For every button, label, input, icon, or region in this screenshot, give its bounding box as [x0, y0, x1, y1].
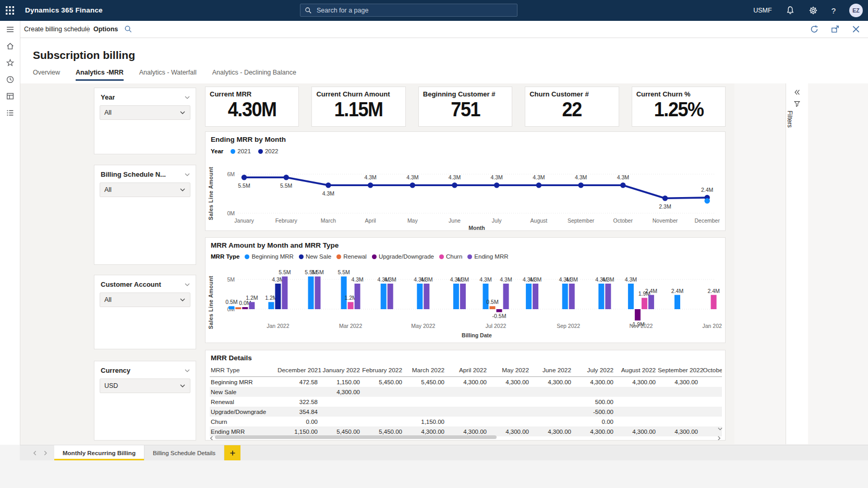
favorites-star-icon[interactable]	[0, 54, 20, 71]
row-name-cell: Beginning MRR	[210, 379, 278, 385]
company-selector[interactable]: USMF	[753, 7, 771, 14]
column-header[interactable]: December 2021	[278, 367, 320, 374]
ending-mrr-by-month-chart[interactable]: Ending MRR by Month Year20212022 0M6MSal…	[205, 131, 726, 231]
legend-label: New Sale	[306, 253, 331, 260]
legend-label: Churn	[446, 253, 462, 260]
legend-item-churn[interactable]: Churn	[439, 253, 462, 260]
filters-pane-label[interactable]: Filters	[786, 111, 793, 128]
slicer-collapse-chevron-icon[interactable]	[184, 368, 190, 374]
refresh-icon[interactable]	[810, 25, 819, 34]
column-header[interactable]: October 2022	[700, 367, 722, 374]
notifications-bell-icon[interactable]	[786, 6, 795, 15]
svg-text:2.4M: 2.4M	[671, 288, 683, 294]
report-page-tab-billing-schedule-details[interactable]: Billing Schedule Details	[144, 445, 224, 460]
legend-dot	[299, 254, 304, 259]
svg-text:4.3M: 4.3M	[566, 276, 578, 283]
slicer-dropdown[interactable]: USD	[100, 379, 190, 393]
svg-text:4.3M: 4.3M	[457, 276, 469, 283]
bar-chart-plot[interactable]: 0M5MSales Line Amount0.5M0.0M1.2M1.2M4.3…	[206, 264, 722, 341]
table-scroll-left-icon[interactable]	[209, 435, 214, 441]
settings-gear-icon[interactable]	[809, 6, 818, 15]
user-avatar[interactable]: EZ	[849, 4, 863, 17]
column-header[interactable]: June 2022	[531, 367, 573, 374]
column-header[interactable]: August 2022	[616, 367, 658, 374]
kpi-churn-customer-[interactable]: Churn Customer #22	[525, 87, 619, 127]
global-search-box[interactable]	[300, 4, 517, 17]
column-header[interactable]: MRR Type	[210, 367, 278, 374]
hamburger-menu-icon[interactable]	[0, 21, 20, 38]
create-billing-schedule-button[interactable]: Create billing schedule	[24, 21, 90, 38]
mrr-details-table-card[interactable]: MRR Details MRR TypeDecember 2021January…	[205, 350, 726, 441]
tab-analytics-waterfall[interactable]: Analytics - Waterfall	[139, 69, 197, 81]
svg-text:Mar 2022: Mar 2022	[339, 323, 363, 329]
kpi-value: 4.30M	[213, 98, 291, 121]
legend-item-new-sale[interactable]: New Sale	[299, 253, 331, 260]
tab-overview[interactable]: Overview	[33, 69, 60, 81]
workspaces-grid-icon[interactable]	[0, 88, 20, 104]
legend-item-renewal[interactable]: Renewal	[336, 253, 367, 260]
line-chart-plot[interactable]: 0M6MSales Line Amount5.5M5.5M4.3M4.3M4.3…	[206, 159, 722, 231]
value-cell: 354.84	[278, 409, 320, 415]
legend-item-beginning-mrr[interactable]: Beginning MRR	[245, 253, 294, 260]
kpi-current-churn-amount[interactable]: Current Churn Amount1.15M	[311, 87, 405, 127]
table-row-beginning-mrr[interactable]: Beginning MRR472.581,150.005,450.005,450…	[210, 377, 722, 387]
kpi-current-mrr[interactable]: Current MRR4.30M	[205, 87, 299, 127]
table-scroll-down-icon[interactable]	[717, 426, 723, 432]
dropdown-chevron-icon	[179, 187, 186, 193]
legend-item-2022[interactable]: 2022	[258, 148, 279, 154]
table-row-renewal[interactable]: Renewal322.58500.00	[210, 397, 722, 407]
page-tabs-prev-icon[interactable]	[32, 450, 38, 456]
help-icon[interactable]: ?	[831, 6, 836, 15]
mrr-amount-by-month-chart[interactable]: MRR Amount by Month and MRR Type MRR Typ…	[205, 237, 726, 343]
column-header[interactable]: February 2022	[362, 367, 404, 374]
table-row-churn[interactable]: Churn0.001,150.000.00	[210, 417, 722, 426]
table-scroll-right-icon[interactable]	[716, 435, 722, 441]
recent-clock-icon[interactable]	[0, 71, 20, 88]
slicer-collapse-chevron-icon[interactable]	[184, 172, 190, 178]
value-cell: 4,300.00	[404, 429, 447, 435]
column-header[interactable]: April 2022	[447, 367, 489, 374]
open-in-new-window-icon[interactable]	[830, 25, 840, 34]
column-header[interactable]: January 2022	[320, 367, 362, 374]
kpi-current-churn-[interactable]: Current Churn %1.25%	[632, 87, 726, 127]
slicer-collapse-chevron-icon[interactable]	[184, 282, 190, 288]
kpi-beginning-customer-[interactable]: Beginning Customer #751	[418, 87, 512, 127]
home-icon[interactable]	[0, 38, 20, 54]
action-pane-search-icon[interactable]	[124, 25, 132, 33]
filter-funnel-icon[interactable]	[793, 100, 801, 107]
column-header[interactable]: July 2022	[573, 367, 616, 374]
column-header[interactable]: September 2022	[658, 367, 700, 374]
table-row-new-sale[interactable]: New Sale4,300.00	[210, 387, 722, 397]
legend-item-2021[interactable]: 2021	[231, 148, 251, 154]
page-tabs-next-icon[interactable]	[43, 450, 48, 456]
expand-filters-chevrons-icon[interactable]	[793, 89, 801, 96]
tab-analytics-declining-balance[interactable]: Analytics - Declining Balance	[212, 69, 296, 81]
table-row-upgrade-downgrade[interactable]: Upgrade/Downgrade354.84-500.00	[210, 407, 722, 417]
line-chart-title: Ending MRR by Month	[211, 136, 286, 143]
add-page-plus-button[interactable]	[224, 445, 240, 460]
table-header-row: MRR TypeDecember 2021January 2022Februar…	[210, 364, 722, 377]
column-header[interactable]: March 2022	[404, 367, 447, 374]
slicer-dropdown[interactable]: All	[100, 292, 190, 307]
legend-item-ending-mrr[interactable]: Ending MRR	[467, 253, 508, 260]
svg-text:October: October	[613, 217, 633, 224]
slicer-dropdown[interactable]: All	[100, 182, 190, 197]
slicer-dropdown[interactable]: All	[100, 105, 190, 120]
value-cell: 5,450.00	[404, 379, 447, 385]
kpi-value: 751	[426, 98, 504, 121]
svg-text:4.3M: 4.3M	[500, 276, 512, 283]
report-page-tab-monthly-recurring-billing[interactable]: Monthly Recurring Billing	[54, 445, 144, 460]
modules-list-icon[interactable]	[0, 104, 20, 121]
action-pane: Create billing schedule Options	[0, 21, 868, 38]
global-search-input[interactable]	[316, 6, 495, 15]
close-icon[interactable]	[851, 25, 861, 34]
tab-analytics-mrr[interactable]: Analytics -MRR	[76, 69, 124, 81]
slicer-selected-value: USD	[104, 382, 118, 389]
app-launcher-waffle-icon[interactable]	[4, 5, 16, 16]
legend-item-upgrade-downgrade[interactable]: Upgrade/Downgrade	[372, 253, 434, 260]
slicer-selected-value: All	[104, 109, 112, 116]
column-header[interactable]: May 2022	[489, 367, 531, 374]
table-scrollbar-thumb[interactable]	[215, 435, 497, 439]
options-menu-button[interactable]: Options	[93, 21, 118, 38]
slicer-collapse-chevron-icon[interactable]	[184, 94, 190, 101]
